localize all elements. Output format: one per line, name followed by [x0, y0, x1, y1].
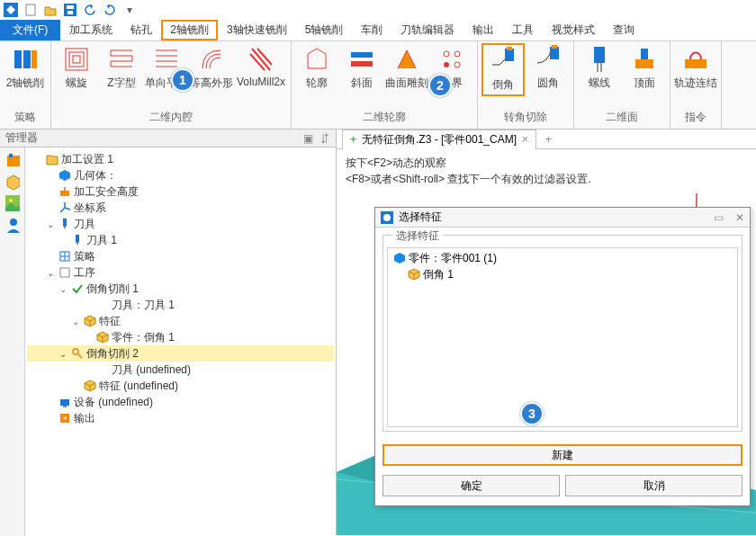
svg-point-26	[9, 199, 13, 202]
tree-node[interactable]: 策略	[27, 248, 334, 264]
callout-1: 1	[171, 68, 194, 92]
menu-query[interactable]: 查询	[604, 20, 644, 40]
tree-node[interactable]: ⌄刀具	[27, 216, 334, 232]
manager-tree[interactable]: 加工设置 1几何体：加工安全高度坐标系⌄刀具刀具 1策略⌄工序⌄倒角切削 1刀具…	[25, 147, 336, 536]
svg-point-12	[454, 51, 460, 57]
dropdown-icon[interactable]: ▾	[122, 3, 137, 17]
btn-zigzag[interactable]: Z字型	[100, 43, 143, 93]
btn-engrave[interactable]: 曲面雕刻	[385, 43, 428, 93]
manager-sidebar	[0, 147, 25, 536]
tree-node[interactable]: 几何体：	[27, 167, 334, 183]
fieldset-legend: 选择特征	[392, 229, 443, 242]
btn-chamfer[interactable]: 倒角	[482, 43, 525, 96]
dialog-fieldset: 选择特征 零件：零件001 (1)倒角 1	[382, 235, 742, 432]
manager-controls[interactable]: ▣ ⮃	[303, 132, 330, 145]
menu-turning[interactable]: 车削	[352, 20, 392, 40]
tree-node[interactable]: 加工设置 1	[27, 151, 334, 167]
feature-list-item[interactable]: 零件：零件001 (1)	[390, 250, 735, 266]
tree-node[interactable]: 输出	[27, 410, 334, 426]
save-icon[interactable]	[63, 3, 77, 17]
tree-node[interactable]: ⌄倒角切削 2	[27, 345, 334, 362]
tree-node[interactable]: 刀具 (undefined)	[27, 362, 334, 378]
ribbon: 2轴铣削 策略 螺旋 Z字型 单向平行 等高外形 VoluMill2x 二维内腔…	[0, 41, 756, 130]
dialog-help-icon[interactable]: ▭	[714, 211, 724, 224]
manager-header: 管理器 ▣ ⮃	[0, 130, 336, 147]
tab-add-icon[interactable]: +	[536, 133, 561, 146]
svg-rect-17	[550, 47, 559, 59]
menu-drill[interactable]: 钻孔	[122, 20, 161, 40]
btn-fillet[interactable]: 圆角	[526, 43, 570, 96]
tree-node[interactable]: 设备 (undefined)	[27, 394, 334, 410]
tree-node[interactable]: 特征 (undefined)	[27, 378, 334, 394]
ribbon-cap-strategy: 策略	[4, 108, 47, 127]
btn-volumill[interactable]: VoluMill2x	[235, 43, 287, 93]
tab-row: + 无特征倒角.Z3 - [零件001_CAM] × +	[337, 130, 756, 149]
menu-2axis-mill[interactable]: 2轴铣削	[161, 20, 218, 40]
tree-node[interactable]: 刀具 1	[27, 232, 334, 248]
tree-node[interactable]: 零件：倒角 1	[27, 329, 334, 345]
ribbon-cap-command: 指令	[674, 108, 717, 127]
svg-rect-4	[68, 11, 73, 14]
new-icon[interactable]	[23, 3, 38, 17]
mgr-tab-image-icon[interactable]	[5, 196, 20, 210]
svg-rect-15	[505, 49, 514, 61]
callout-3: 3	[520, 402, 544, 425]
tree-node[interactable]: ⌄工序	[27, 264, 334, 281]
cancel-button[interactable]: 取消	[565, 475, 742, 496]
menu-machining-system[interactable]: 加工系统	[60, 20, 122, 40]
svg-rect-7	[32, 50, 37, 68]
mgr-tab-setup-icon[interactable]	[5, 153, 20, 167]
btn-contour-z[interactable]: 等高外形	[190, 43, 233, 93]
svg-point-27	[10, 219, 17, 226]
tree-node[interactable]: ⌄倒角切削 1	[27, 281, 334, 297]
feature-list-item[interactable]: 倒角 1	[390, 266, 735, 282]
mgr-tab-user-icon[interactable]	[5, 218, 20, 232]
hint-text: 按下<F2>动态的观察<F8>或者<Shift-roll> 查找下一个有效的过滤…	[337, 149, 756, 192]
undo-icon[interactable]	[83, 3, 97, 17]
svg-rect-18	[552, 45, 557, 49]
btn-2axis-mill[interactable]: 2轴铣削	[4, 43, 47, 93]
open-icon[interactable]	[43, 3, 58, 17]
dialog-close-icon[interactable]: ✕	[735, 211, 744, 224]
manager-panel: 管理器 ▣ ⮃ 加工设置 1几何体：加工安全高度坐标系⌄刀具刀具 1策略⌄工序⌄…	[0, 130, 337, 536]
document-tab[interactable]: + 无特征倒角.Z3 - [零件001_CAM] ×	[342, 130, 536, 149]
menu-visual[interactable]: 视觉样式	[543, 20, 604, 40]
feature-list[interactable]: 零件：零件001 (1)倒角 1	[387, 247, 738, 427]
tab-title: 无特征倒角.Z3 - [零件001_CAM]	[362, 132, 517, 147]
menu-file[interactable]: 文件(F)	[0, 20, 60, 40]
btn-link-path[interactable]: 轨迹连结	[674, 43, 717, 93]
dialog-icon	[381, 211, 393, 224]
menu-toolpath-editor[interactable]: 刀轨编辑器	[392, 20, 464, 40]
mgr-tab-part-icon[interactable]	[5, 174, 20, 189]
svg-rect-20	[635, 59, 653, 68]
menu-tools[interactable]: 工具	[503, 20, 543, 40]
svg-rect-10	[73, 56, 80, 63]
ok-button[interactable]: 确定	[382, 475, 560, 496]
tree-node[interactable]: 坐标系	[27, 200, 334, 216]
tree-node[interactable]: 加工安全高度	[27, 183, 334, 200]
ribbon-cap-2d-face: 二维面	[578, 108, 666, 127]
menu-3axis-fast[interactable]: 3轴快速铣削	[218, 20, 296, 40]
menu-output[interactable]: 输出	[464, 20, 503, 40]
svg-rect-5	[14, 50, 22, 68]
svg-rect-9	[69, 52, 84, 67]
title-bar: ▾	[0, 0, 756, 20]
btn-profile[interactable]: 轮廓	[295, 43, 338, 93]
tab-plus-icon[interactable]: +	[350, 133, 356, 146]
redo-icon[interactable]	[103, 3, 117, 17]
tree-node[interactable]: 刀具：刀具 1	[27, 297, 334, 313]
svg-rect-21	[641, 49, 648, 59]
menu-5axis[interactable]: 5轴铣削	[296, 20, 353, 40]
btn-topface[interactable]: 顶面	[623, 43, 666, 93]
tree-node[interactable]: ⌄特征	[27, 313, 334, 329]
svg-point-14	[454, 62, 460, 67]
btn-ramp[interactable]: 斜面	[340, 43, 383, 93]
dialog-titlebar: 选择特征 ▭ ✕	[375, 208, 750, 228]
svg-rect-35	[63, 406, 67, 407]
svg-rect-32	[60, 268, 69, 277]
tab-close-icon[interactable]: ×	[522, 133, 528, 146]
svg-rect-34	[60, 399, 69, 406]
new-button[interactable]: 新建	[382, 444, 742, 466]
btn-helix[interactable]: 螺线	[578, 43, 621, 93]
btn-spiral[interactable]: 螺旋	[55, 43, 98, 93]
